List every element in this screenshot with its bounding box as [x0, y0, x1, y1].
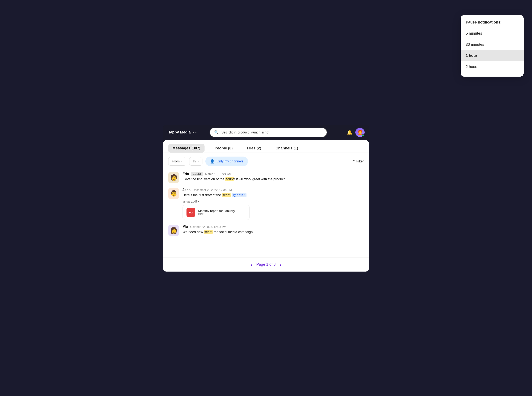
online-status-dot — [362, 134, 364, 137]
message-text-before: We need new — [183, 230, 204, 234]
attachment-info: Monthly report for January PDF — [198, 209, 235, 216]
my-channels-label: Only my channels — [217, 159, 243, 163]
guest-badge: GUEST — [191, 172, 203, 176]
message-body: John December 22 2022, 12:35 PM Here's t… — [183, 188, 364, 220]
highlighted-word: script — [222, 193, 231, 197]
search-icon: 🔍 — [214, 130, 219, 135]
workspace-more-button[interactable]: ··· — [193, 130, 198, 135]
search-bar[interactable]: 🔍 Search: in:product_launch script — [210, 128, 327, 137]
attachment-name: Monthly report for January — [198, 209, 235, 213]
page-info: Page 1 of 8 — [256, 262, 276, 267]
from-filter-button[interactable]: From ▾ — [168, 157, 186, 166]
my-channels-icon: 👤 — [210, 159, 215, 164]
from-chevron-icon: ▾ — [181, 160, 183, 163]
mention-tag: @Kate ! — [232, 193, 247, 197]
pagination: ‹ Page 1 of 8 › — [163, 257, 369, 272]
notification-dropdown: Pause notifications: 5 minutes 30 minute… — [461, 15, 524, 77]
svg-text:PDF: PDF — [189, 211, 193, 214]
pdf-icon: PDF — [186, 208, 195, 217]
attachment-chevron-icon: ▾ — [198, 200, 199, 203]
bell-icon[interactable]: 🔔 — [347, 130, 353, 135]
workspace-name: Happy Media ··· — [168, 130, 198, 135]
top-bar-right: 🔔 🧑‍🦰 — [347, 128, 364, 137]
tab-messages[interactable]: Messages (307) — [168, 144, 205, 152]
top-bar: Happy Media ··· 🔍 Search: in:product_lau… — [163, 125, 369, 140]
workspace-label: Happy Media — [168, 130, 191, 134]
notif-option-5min[interactable]: 5 minutes — [461, 28, 524, 39]
message-body: Mia October 22 2023, 12:35 PM We need ne… — [183, 225, 364, 235]
avatar: 👩 — [168, 225, 179, 236]
message-author: John — [183, 188, 191, 192]
attachment-card[interactable]: PDF Monthly report for January PDF — [183, 205, 250, 220]
message-header: John December 22 2022, 12:35 PM — [183, 188, 364, 192]
message-text: We need new script for social media camp… — [183, 230, 364, 235]
avatar-container[interactable]: 🧑‍🦰 — [355, 128, 364, 137]
message-time: October 22 2023, 12:35 PM — [190, 225, 226, 228]
in-label: In — [193, 159, 196, 163]
message-header: Mia October 22 2023, 12:35 PM — [183, 225, 364, 229]
message-header: Eric GUEST March 19, 10:24 AM — [183, 172, 364, 176]
next-page-button[interactable]: › — [280, 262, 281, 267]
message-text-before: Here's the first draft of the — [183, 193, 222, 197]
filter-right-button[interactable]: ≡ Filter — [353, 159, 364, 163]
messages-list: 🧑 Eric GUEST March 19, 10:24 AM I love t… — [163, 170, 369, 257]
tabs: Messages (307) People (0) Files (2) Chan… — [163, 140, 369, 153]
filters-bar: From ▾ In ▾ 👤 Only my channels ≡ Filter — [163, 153, 369, 170]
message-author: Eric — [183, 172, 189, 176]
message-text: I love the final version of the script! … — [183, 177, 364, 182]
message-body: Eric GUEST March 19, 10:24 AM I love the… — [183, 172, 364, 182]
list-item: 👨 John December 22 2022, 12:35 PM Here's… — [168, 188, 364, 220]
message-author: Mia — [183, 225, 188, 229]
in-filter-button[interactable]: In ▾ — [189, 157, 202, 166]
message-text-after: for social media campaign. — [213, 230, 254, 234]
notification-dropdown-title: Pause notifications: — [461, 20, 524, 28]
attachment-label[interactable]: january.pdf ▾ — [183, 200, 364, 203]
avatar: 👨 — [168, 188, 179, 199]
my-channels-button[interactable]: 👤 Only my channels — [205, 157, 248, 166]
from-label: From — [172, 159, 179, 163]
notif-option-30min[interactable]: 30 minutes — [461, 39, 524, 50]
tab-channels[interactable]: Channels (1) — [271, 144, 302, 152]
tab-files[interactable]: Files (2) — [243, 144, 265, 152]
notif-option-1hour[interactable]: 1 hour — [461, 50, 524, 61]
main-content: Messages (307) People (0) Files (2) Chan… — [163, 140, 369, 272]
message-text-before: I love the final version of the — [183, 177, 225, 181]
list-item: 🧑 Eric GUEST March 19, 10:24 AM I love t… — [168, 172, 364, 183]
avatar: 🧑 — [168, 172, 179, 183]
in-chevron-icon: ▾ — [197, 160, 199, 163]
filter-lines-icon: ≡ — [353, 159, 355, 163]
list-item: 👩 Mia October 22 2023, 12:35 PM We need … — [168, 225, 364, 236]
attachment-type: PDF — [198, 213, 235, 216]
notif-option-2hours[interactable]: 2 hours — [461, 61, 524, 72]
highlighted-word: script — [225, 177, 234, 181]
highlighted-word: script — [204, 230, 213, 234]
message-text-after: ! It will work great with the product. — [234, 177, 285, 181]
search-input[interactable]: Search: in:product_launch script — [221, 131, 269, 134]
filter-label: Filter — [356, 159, 364, 163]
message-time: December 22 2022, 12:35 PM — [193, 188, 232, 192]
message-time: March 19, 10:24 AM — [205, 172, 231, 176]
tab-people[interactable]: People (0) — [210, 144, 237, 152]
message-text: Here's the first draft of the script @Ka… — [183, 193, 364, 198]
prev-page-button[interactable]: ‹ — [251, 262, 252, 267]
